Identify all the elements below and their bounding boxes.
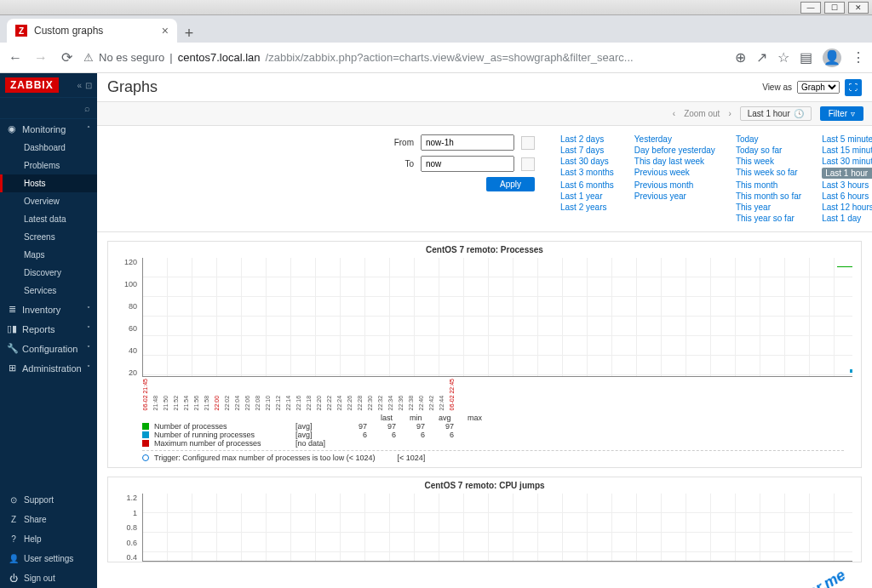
footer-help[interactable]: ?Help: [0, 529, 97, 549]
preset-this-day-last-week[interactable]: This day last week: [634, 157, 715, 166]
filter-panel: From To Apply Last 2 daysYesterdayTodayL…: [97, 126, 872, 232]
main-content: Graphs View as Graph ⛶ ‹ Zoom out › Last…: [97, 73, 872, 588]
preset-this-year[interactable]: This year: [736, 203, 801, 212]
footer-share[interactable]: ZShare: [0, 510, 97, 529]
footer-icon: ?: [9, 534, 19, 544]
filter-button[interactable]: Filter ▿: [820, 106, 863, 121]
minimize-button[interactable]: —: [800, 2, 821, 14]
footer-sign-out[interactable]: ⏻Sign out: [0, 568, 97, 588]
legend-swatch: [142, 440, 149, 447]
legend-label: Maximum number of processes: [154, 439, 290, 448]
footer-support[interactable]: ⊙Support: [0, 490, 97, 510]
plot-area[interactable]: [142, 258, 852, 377]
preset-last-1-hour[interactable]: Last 1 hour: [822, 168, 872, 179]
from-label: From: [388, 138, 414, 147]
preset-last-2-days[interactable]: Last 2 days: [560, 134, 614, 144]
close-tab-icon[interactable]: ×: [162, 24, 169, 37]
nav-section-administration[interactable]: ⊞Administration˅: [0, 358, 97, 378]
zoom-out-link[interactable]: Zoom out: [684, 109, 720, 118]
preset-previous-month[interactable]: Previous month: [634, 180, 715, 190]
share-icon[interactable]: ↗: [756, 49, 767, 66]
nav-item-services[interactable]: Services: [0, 282, 97, 300]
collapse-icon[interactable]: «: [77, 81, 82, 90]
zoom-icon[interactable]: ⊕: [735, 49, 746, 66]
nav-item-overview[interactable]: Overview: [0, 192, 97, 210]
nav-item-problems[interactable]: Problems: [0, 157, 97, 174]
nav-item-latest-data[interactable]: Latest data: [0, 210, 97, 228]
forward-button[interactable]: →: [32, 50, 49, 66]
preset-last-30-minutes[interactable]: Last 30 minutes: [822, 157, 872, 166]
preset-last-1-year[interactable]: Last 1 year: [560, 191, 614, 201]
preset-this-month-so-far[interactable]: This month so far: [736, 191, 801, 201]
fullscreen-button[interactable]: ⛶: [845, 79, 862, 96]
footer-user-settings[interactable]: 👤User settings: [0, 549, 97, 568]
preset-last-2-years[interactable]: Last 2 years: [560, 203, 614, 212]
nav-section-reports[interactable]: ▯▮Reports˅: [0, 319, 97, 339]
preset-last-12-hours[interactable]: Last 12 hours: [822, 203, 872, 212]
bookmark-icon[interactable]: ☆: [777, 49, 789, 66]
next-period-icon[interactable]: ›: [728, 109, 731, 118]
preset-yesterday[interactable]: Yesterday: [634, 134, 715, 144]
time-range-chip[interactable]: Last 1 hour 🕓: [740, 106, 812, 121]
search-icon: ⌕: [84, 103, 90, 113]
preset-last-1-day[interactable]: Last 1 day: [822, 214, 872, 223]
preset-last-3-months[interactable]: Last 3 months: [560, 168, 614, 179]
browser-tab[interactable]: Z Custom graphs ×: [7, 19, 177, 43]
close-window-button[interactable]: ✕: [848, 2, 869, 14]
nav-item-maps[interactable]: Maps: [0, 246, 97, 264]
preset-last-30-days[interactable]: Last 30 days: [560, 157, 614, 166]
nav-section-configuration[interactable]: 🔧Configuration˅: [0, 339, 97, 358]
preset-last-6-hours[interactable]: Last 6 hours: [822, 191, 872, 201]
legend-swatch: [142, 423, 149, 430]
preset-previous-week[interactable]: Previous week: [634, 168, 715, 179]
preset-last-15-minutes[interactable]: Last 15 minutes: [822, 146, 872, 155]
nav-item-screens[interactable]: Screens: [0, 228, 97, 246]
favicon: Z: [15, 25, 27, 37]
plot-area[interactable]: [142, 494, 852, 562]
url-path: /zabbix/zabbix.php?action=charts.view&vi…: [266, 51, 634, 64]
x-axis: 06-02 21:4521:4821:5021:5221:5421:5621:5…: [142, 377, 852, 410]
series-line-processes: [837, 266, 852, 267]
preset-day-before-yesterday[interactable]: Day before yesterday: [634, 146, 715, 155]
menu-icon[interactable]: ⋮: [852, 49, 865, 66]
nav-section-inventory[interactable]: ≣Inventory˅: [0, 300, 97, 319]
profile-avatar[interactable]: 👤: [823, 49, 841, 67]
hide-icon[interactable]: ⊡: [85, 81, 92, 90]
preset-last-7-days[interactable]: Last 7 days: [560, 146, 614, 155]
to-calendar-icon[interactable]: [521, 157, 535, 171]
preset-this-week[interactable]: This week: [736, 157, 801, 166]
preset-today-so-far[interactable]: Today so far: [736, 146, 801, 155]
nav-item-discovery[interactable]: Discovery: [0, 264, 97, 282]
sidebar-search[interactable]: ⌕: [0, 97, 97, 119]
legend-swatch: [142, 431, 149, 438]
to-input[interactable]: [421, 156, 514, 172]
from-calendar-icon[interactable]: [521, 136, 535, 150]
footer-icon: Z: [9, 515, 19, 524]
prev-period-icon[interactable]: ‹: [673, 109, 675, 118]
preset-this-month[interactable]: This month: [736, 180, 801, 190]
reload-button[interactable]: ⟳: [58, 49, 75, 66]
maximize-button[interactable]: ☐: [824, 2, 845, 14]
preset-last-6-months[interactable]: Last 6 months: [560, 180, 614, 190]
page-title: Graphs: [107, 78, 158, 96]
nav-section-monitoring[interactable]: ◉Monitoring˄: [0, 119, 97, 139]
preset-today[interactable]: Today: [736, 134, 801, 144]
nav-item-hosts[interactable]: Hosts: [0, 174, 97, 192]
chevron-icon: ˅: [87, 364, 90, 372]
viewas-select[interactable]: Graph: [797, 81, 840, 94]
section-icon: ▯▮: [7, 323, 17, 334]
preset-previous-year[interactable]: Previous year: [634, 191, 715, 201]
chevron-icon: ˄: [87, 125, 90, 133]
zabbix-logo[interactable]: ZABBIX: [5, 77, 59, 93]
preset-this-year-so-far[interactable]: This year so far: [736, 214, 801, 223]
preset-last-5-minutes[interactable]: Last 5 minutes: [822, 134, 872, 144]
preset-this-week-so-far[interactable]: This week so far: [736, 168, 801, 179]
apply-button[interactable]: Apply: [486, 177, 535, 191]
preset-last-3-hours[interactable]: Last 3 hours: [822, 180, 872, 190]
nav-item-dashboard[interactable]: Dashboard: [0, 139, 97, 157]
address-bar[interactable]: ⚠ No es seguro | centos7.local.lan/zabbi…: [83, 51, 726, 64]
reading-list-icon[interactable]: ▤: [800, 49, 812, 66]
new-tab-button[interactable]: +: [177, 25, 201, 43]
from-input[interactable]: [421, 134, 514, 151]
back-button[interactable]: ←: [7, 50, 24, 66]
